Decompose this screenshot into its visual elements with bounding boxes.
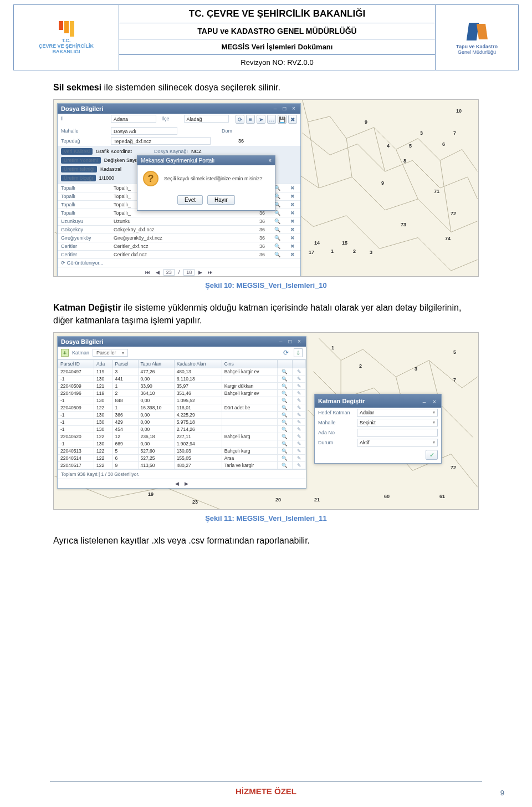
- zoom-icon[interactable]: 🔍: [277, 419, 293, 426]
- table-row[interactable]: -11306690,001.902,94🔍✎: [58, 440, 306, 448]
- zoom-icon[interactable]: 🔍: [269, 242, 285, 251]
- column-header[interactable]: Kadastro Alan: [174, 360, 222, 368]
- zoom-icon[interactable]: 🔍: [277, 412, 293, 419]
- table-row[interactable]: CeritlerCeritler_dxf.ncz36🔍✖: [58, 242, 300, 251]
- dialog-titlebar[interactable]: Mekansal Gayrimenkul Portalı ×: [137, 156, 275, 165]
- zoom-icon[interactable]: 🔍: [277, 397, 293, 404]
- row-delete-icon[interactable]: ✖: [285, 242, 300, 251]
- table-row[interactable]: -11304410,006.110,18🔍✎: [58, 375, 306, 383]
- edit-icon[interactable]: ✎: [293, 412, 306, 419]
- zoom-icon[interactable]: 🔍: [277, 462, 293, 469]
- page-last-icon[interactable]: ⏭: [206, 270, 214, 275]
- table-row[interactable]: 22040509122116.398,10116,01Dört adet be🔍…: [58, 404, 306, 412]
- il-dropdown[interactable]: Adana: [111, 115, 156, 123]
- edit-icon[interactable]: ✎: [293, 419, 306, 426]
- edit-icon[interactable]: ✎: [293, 462, 306, 469]
- panel2-titlebar[interactable]: Dosya Bilgileri – □ ×: [58, 337, 306, 347]
- edit-icon[interactable]: ✎: [293, 404, 306, 412]
- browse-icon[interactable]: …: [267, 115, 276, 124]
- table-row[interactable]: -11303660,004.225,29🔍✎: [58, 412, 306, 419]
- delete-icon[interactable]: ✖: [288, 115, 297, 124]
- katman-dropdown[interactable]: Parseller: [93, 349, 128, 357]
- table-row[interactable]: UzunkuyuUzunku36🔍✖: [58, 217, 300, 226]
- table-row[interactable]: GökçeköyGökçeköy_dxf.ncz36🔍✖: [58, 226, 300, 234]
- table-row[interactable]: -11304540,002.714,26🔍✎: [58, 426, 306, 433]
- zoom-icon[interactable]: 🔍: [277, 433, 293, 440]
- minimize-icon[interactable]: –: [421, 399, 428, 405]
- zoom-icon[interactable]: 🔍: [277, 390, 293, 397]
- page-next-icon[interactable]: ▶: [183, 481, 190, 486]
- zoom-icon[interactable]: 🔍: [269, 251, 285, 259]
- durum-dropdown[interactable]: Aktif: [357, 439, 438, 446]
- layers-icon[interactable]: ≡: [246, 115, 255, 124]
- column-header[interactable]: Tapu Alan: [138, 360, 174, 368]
- tepedag-val[interactable]: Tepedağ_dxf.ncz: [111, 137, 211, 145]
- row-delete-icon[interactable]: ✖: [285, 184, 300, 192]
- edit-icon[interactable]: ✎: [293, 368, 306, 375]
- row-delete-icon[interactable]: ✖: [285, 201, 300, 209]
- table-row[interactable]: 2204052012212236,18227,11Bahçeli karg🔍✎: [58, 433, 306, 440]
- page-prev-icon[interactable]: ◀: [154, 270, 161, 275]
- apply-button[interactable]: ✓: [426, 450, 438, 460]
- row-delete-icon[interactable]: ✖: [285, 226, 300, 234]
- zoom-icon[interactable]: 🔍: [269, 217, 285, 226]
- kpanel-titlebar[interactable]: Katman Değiştir – ×: [315, 394, 441, 408]
- zoom-icon[interactable]: 🔍: [277, 375, 293, 383]
- table-row[interactable]: -11308480,001.095,52🔍✎: [58, 397, 306, 404]
- page-next-icon[interactable]: ▶: [197, 270, 204, 275]
- edit-icon[interactable]: ✎: [293, 440, 306, 448]
- edit-icon[interactable]: ✎: [293, 383, 306, 390]
- row-delete-icon[interactable]: ✖: [285, 217, 300, 226]
- row-delete-icon[interactable]: ✖: [285, 251, 300, 259]
- panel-titlebar[interactable]: Dosya Bilgileri – □ ×: [58, 104, 300, 114]
- row-delete-icon[interactable]: ✖: [285, 192, 300, 201]
- zoom-icon[interactable]: 🔍: [277, 383, 293, 390]
- edit-icon[interactable]: ✎: [293, 448, 306, 455]
- zoom-icon[interactable]: 🔍: [277, 368, 293, 375]
- zoom-icon[interactable]: 🔍: [269, 234, 285, 242]
- save-icon[interactable]: 💾: [278, 115, 287, 124]
- ilce-dropdown[interactable]: Aladağ: [184, 115, 229, 123]
- table-row[interactable]: 220405131225527,60130,03Bahçeli karg🔍✎: [58, 448, 306, 455]
- minimize-icon[interactable]: –: [277, 338, 284, 345]
- page-prev-icon[interactable]: ◀: [173, 481, 181, 486]
- edit-icon[interactable]: ✎: [293, 390, 306, 397]
- page-current[interactable]: 23: [163, 269, 175, 276]
- page-first-icon[interactable]: ⏮: [144, 270, 152, 275]
- edit-icon[interactable]: ✎: [293, 455, 306, 462]
- table-row[interactable]: 220404961192364,10351,46Bahçeli kargir e…: [58, 390, 306, 397]
- add-icon[interactable]: +: [61, 349, 69, 357]
- table-row[interactable]: 220405141226527,25155,05Arsa🔍✎: [58, 455, 306, 462]
- export-icon[interactable]: ⇩: [294, 348, 303, 357]
- zoom-icon[interactable]: 🔍: [277, 448, 293, 455]
- row-delete-icon[interactable]: ✖: [285, 234, 300, 242]
- close-icon[interactable]: ×: [296, 338, 303, 345]
- edit-icon[interactable]: ✎: [293, 426, 306, 433]
- row-delete-icon[interactable]: ✖: [285, 209, 300, 217]
- no-button[interactable]: Hayır: [207, 195, 235, 205]
- adano-input[interactable]: [357, 429, 438, 437]
- maximize-icon[interactable]: □: [281, 105, 288, 112]
- mahalle-dropdown[interactable]: Seçiniz: [357, 419, 438, 427]
- hedef-dropdown[interactable]: Adalar: [357, 409, 438, 417]
- edit-icon[interactable]: ✎: [293, 433, 306, 440]
- zoom-icon[interactable]: 🔍: [277, 455, 293, 462]
- yes-button[interactable]: Evet: [177, 195, 203, 205]
- table-row[interactable]: 220404971193477,26480,13Bahçeli kargir e…: [58, 368, 306, 375]
- close-icon[interactable]: ×: [431, 399, 438, 405]
- edit-icon[interactable]: ✎: [293, 375, 306, 383]
- parcel-grid[interactable]: Parsel IDAdaParselTapu AlanKadastro Alan…: [58, 359, 306, 469]
- column-header[interactable]: Parsel ID: [58, 360, 94, 368]
- zoom-icon[interactable]: 🔍: [277, 404, 293, 412]
- refresh-icon[interactable]: ⟳: [236, 115, 244, 124]
- close-icon[interactable]: ×: [290, 105, 297, 112]
- column-header[interactable]: Ada: [94, 360, 113, 368]
- column-header[interactable]: Parsel: [112, 360, 138, 368]
- zoom-icon[interactable]: 🔍: [269, 226, 285, 234]
- table-row[interactable]: -11304290,005.975,18🔍✎: [58, 419, 306, 426]
- refresh-icon[interactable]: ⟳: [282, 348, 290, 357]
- table-row[interactable]: 220405171229413,50480,27Tarla ve kargir🔍…: [58, 462, 306, 469]
- table-row[interactable]: GireğiyeniköyGireğiyeniköy_dxf.ncz36🔍✖: [58, 234, 300, 242]
- edit-icon[interactable]: ✎: [293, 397, 306, 404]
- zoom-icon[interactable]: 🔍: [277, 440, 293, 448]
